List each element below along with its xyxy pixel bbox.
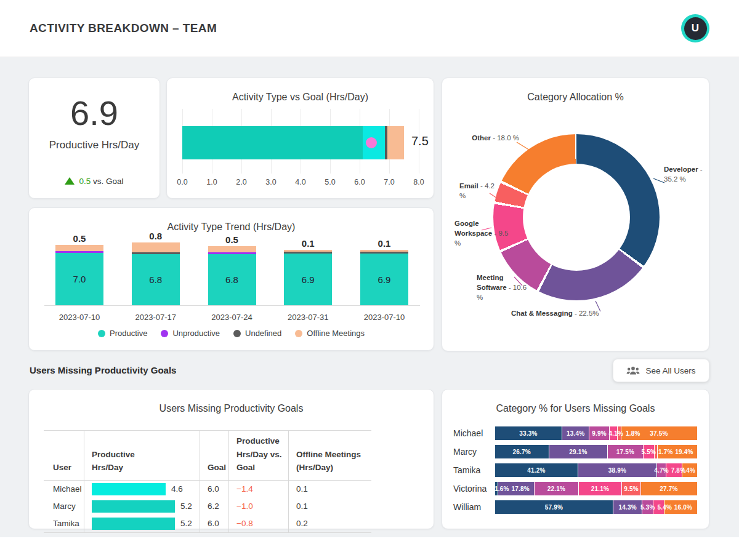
- stacked-row-name: Marcy: [453, 447, 495, 457]
- page-title: ACTIVITY BREAKDOWN – TEAM: [30, 22, 217, 35]
- trend-chart-plot: 0.57.00.86.80.56.80.16.90.16.9: [55, 236, 408, 305]
- legend-label: Undefined: [245, 329, 281, 338]
- legend-dot: [161, 330, 168, 337]
- stacked-row: Marcy26.7%29.1%17.5%5.5%1.7%19.4%: [453, 445, 697, 458]
- goal-chart-plot: 0.01.02.03.04.05.06.07.08.07.5: [182, 109, 419, 189]
- dashboard-main: 6.9 Productive Hrs/Day 0.5 vs. Goal Acti…: [0, 57, 739, 537]
- axis-tick-label: 2.0: [229, 178, 254, 186]
- chart-title: Users Missing Productivity Goals: [29, 403, 434, 414]
- stacked-bar: 41.2%38.9%4.7%7.8%7.4%: [495, 463, 697, 477]
- stacked-segment-label: 16.0%: [674, 504, 692, 511]
- offline-cell: 0.2: [288, 515, 371, 532]
- offline-cell: 0.1: [288, 481, 371, 498]
- users-table-card: Users Missing Productivity Goals UserPro…: [28, 389, 434, 529]
- table-header-cell: Goal: [200, 431, 228, 481]
- table-header-cell: ProductiveHrs/Day vs. Goal: [228, 431, 288, 481]
- donut-slice-label: Meeting Software - 10.6 %: [477, 273, 530, 302]
- stacked-row: Tamika41.2%38.9%4.7%7.8%7.4%: [453, 463, 697, 477]
- legend-item: Unproductive: [161, 329, 220, 338]
- donut-slice-label: Chat & Messaging - 22.5%: [511, 308, 653, 318]
- trend-bar: 0.16.9: [360, 238, 408, 305]
- trend-segment-offline-meetings: [55, 245, 103, 251]
- productive-value: 5.2: [180, 502, 192, 511]
- axis-tick-label: 5.0: [318, 178, 342, 186]
- trend-chart-card: Activity Type Trend (Hrs/Day) 0.57.00.86…: [28, 207, 434, 351]
- axis-tick-label: 4.0: [288, 178, 313, 186]
- trend-segment-productive: 6.8: [132, 254, 180, 305]
- goal-bar-segment-offline-meetings: [387, 126, 404, 159]
- productive-value: 4.6: [171, 484, 183, 494]
- trend-bar: 0.56.8: [208, 234, 256, 305]
- stacked-segment-label: 4.1%: [609, 430, 624, 437]
- axis-tick-label: 1.0: [200, 178, 224, 186]
- goal-cell: 6.0: [200, 481, 228, 498]
- stacked-row-name: William: [453, 502, 495, 512]
- trend-bar-top-label: 0.1: [284, 238, 332, 249]
- user-name-cell: Michael: [44, 481, 84, 498]
- category-stacked-card: Category % for Users Missing Goals Micha…: [442, 389, 709, 529]
- delta-up-icon: [65, 177, 75, 185]
- stacked-segment-label: 1.6%: [495, 486, 509, 492]
- trend-bar-top-label: 0.1: [360, 238, 408, 249]
- stacked-segment-label: 41.2%: [527, 467, 545, 474]
- stacked-row-name: Michael: [453, 428, 495, 438]
- axis-tick-label: 0.0: [170, 178, 195, 186]
- productive-bar-cell: 4.6: [84, 481, 200, 498]
- donut-chart: Developer - 35.2 %Chat & Messaging - 22.…: [442, 78, 709, 351]
- stacked-segment-label: 38.9%: [608, 467, 626, 474]
- donut-slice-label: Other - 18.0 %: [459, 133, 519, 143]
- stacked-segment-label: 27.7%: [660, 486, 677, 492]
- stacked-segment-label: 14.3%: [618, 504, 636, 511]
- stacked-segment-label: 1.7%: [658, 449, 673, 455]
- trend-date-label: 2023-07-10: [360, 313, 408, 322]
- stacked-segment-label: 9.5%: [624, 486, 639, 492]
- stacked-bar: 57.9%14.3%5.3%5.4%16.0%: [495, 500, 697, 514]
- trend-bar: 0.86.8: [132, 231, 180, 305]
- stacked-segment-label: 37.5%: [650, 430, 668, 437]
- stacked-row: Michael33.3%13.4%9.9%4.1%1.8%37.5%: [453, 426, 697, 440]
- donut-slice-label: Google Workspace - 9.5 %: [454, 218, 510, 248]
- user-name-cell: Tamika: [44, 515, 84, 532]
- users-table: UserProductiveHrs/DayGoalProductiveHrs/D…: [44, 430, 371, 533]
- goal-cell: 6.2: [200, 498, 228, 515]
- stacked-segment-label: 5.4%: [657, 504, 672, 511]
- stacked-row-name: Tamika: [453, 465, 495, 475]
- productive-bar-cell: 5.2: [84, 498, 200, 515]
- delta-cell: −0.8: [228, 515, 288, 532]
- user-name-cell: Marcy: [44, 498, 84, 515]
- stacked-segment-label: 7.4%: [681, 467, 696, 474]
- stacked-segment-label: 19.4%: [675, 449, 693, 455]
- donut-hole: [523, 164, 630, 271]
- trend-bar: 0.57.0: [55, 233, 103, 305]
- x-axis-line: [44, 305, 420, 306]
- kpi-label: Productive Hrs/Day: [29, 139, 160, 151]
- see-all-users-button[interactable]: See All Users: [613, 359, 709, 382]
- donut-chart-card: Category Allocation % Developer - 35.2 %…: [442, 78, 709, 351]
- avatar[interactable]: U: [681, 14, 709, 42]
- stacked-bar: 26.7%29.1%17.5%5.5%1.7%19.4%: [495, 445, 697, 458]
- delta-cell: −1.4: [228, 481, 288, 498]
- stacked-segment-label: 5.5%: [641, 449, 656, 455]
- stacked-row-name: Victorina: [453, 484, 495, 494]
- axis-tick-label: 3.0: [259, 178, 283, 186]
- delta-cell: −1.0: [228, 498, 288, 515]
- trend-segment-productive: 7.0: [55, 253, 103, 305]
- productive-bar: [92, 483, 166, 495]
- stacked-row: Victorina1.6%17.8%22.1%21.1%9.5%27.7%: [453, 482, 697, 495]
- legend-item: Productive: [98, 329, 147, 338]
- productive-bar-cell: 5.2: [84, 515, 200, 532]
- axis-tick-label: 8.0: [406, 178, 431, 186]
- stacked-bar: 1.6%17.8%22.1%21.1%9.5%27.7%: [495, 482, 697, 495]
- productive-value: 5.2: [180, 519, 192, 528]
- stacked-segment-label: 22.1%: [547, 486, 565, 492]
- kpi-value: 6.9: [29, 93, 160, 133]
- table-header-cell: Offline Meetings(Hrs/Day): [288, 431, 371, 481]
- stacked-segment-label: 29.1%: [569, 449, 587, 455]
- kpi-delta: 0.5 vs. Goal: [29, 177, 160, 186]
- goal-bar-segment-productive: [182, 126, 363, 159]
- kpi-card: 6.9 Productive Hrs/Day 0.5 vs. Goal: [28, 78, 160, 199]
- offline-cell: 0.1: [288, 498, 371, 515]
- legend-item: Offline Meetings: [295, 329, 365, 338]
- kpi-delta-value: 0.5: [79, 177, 91, 186]
- stacked-bars: Michael33.3%13.4%9.9%4.1%1.8%37.5%Marcy2…: [453, 426, 697, 519]
